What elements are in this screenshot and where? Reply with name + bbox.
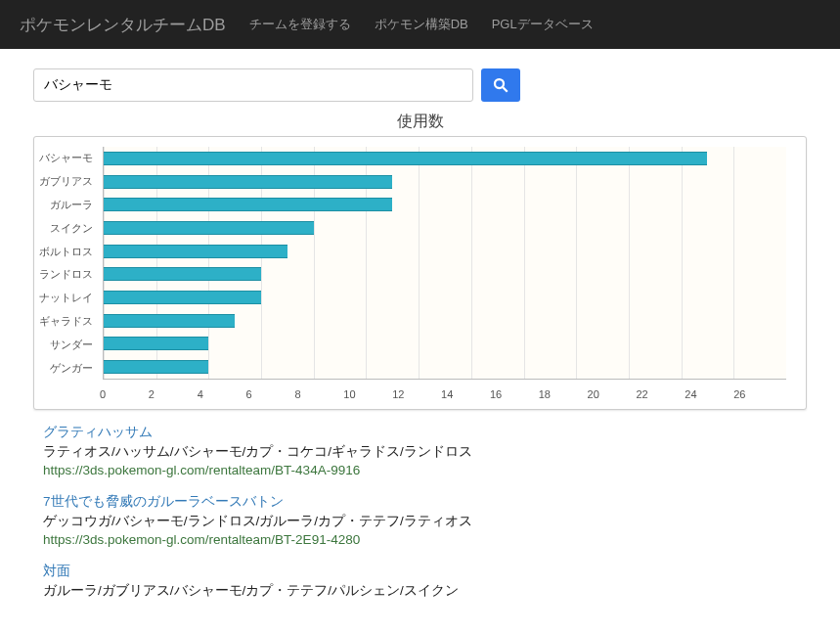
chart-bar-row	[104, 286, 786, 309]
search-button[interactable]	[481, 68, 520, 102]
chart-bar	[104, 198, 392, 211]
chart-bar	[104, 152, 707, 165]
chart-bar-row	[104, 216, 786, 240]
chart-bar-row	[104, 147, 786, 170]
team-url[interactable]: https://3ds.pokemon-gl.com/rentalteam/BT…	[43, 463, 807, 477]
chart-x-tick: 6	[246, 388, 295, 400]
nav-link-pgl[interactable]: PGLデータベース	[492, 16, 594, 33]
chart-x-tick: 12	[392, 388, 441, 400]
navbar: ポケモンレンタルチームDB チームを登録する ポケモン構築DB PGLデータベー…	[0, 0, 840, 49]
chart-title: 使用数	[33, 112, 807, 132]
chart-x-tick: 14	[441, 388, 490, 400]
svg-point-0	[495, 79, 504, 88]
chart-x-axis: 02468101214161820222426	[104, 388, 786, 400]
team-name-link[interactable]: グラティハッサム	[43, 424, 807, 441]
chart-x-tick: 24	[685, 388, 733, 400]
chart-bar	[104, 291, 261, 304]
chart-y-label: ガブリアス	[38, 170, 99, 194]
chart-x-tick: 20	[588, 388, 637, 400]
team-name-link[interactable]: 対面	[43, 563, 807, 580]
chart-y-label: サンダー	[38, 333, 99, 356]
results-list: グラティハッサムラティオス/ハッサム/バシャーモ/カプ・コケコ/ギャラドス/ラン…	[43, 424, 807, 600]
chart-x-tick: 10	[343, 388, 392, 400]
chart-bar	[104, 267, 261, 281]
brand-title[interactable]: ポケモンレンタルチームDB	[20, 14, 226, 36]
chart-x-tick: 18	[539, 388, 588, 400]
chart-bar	[104, 221, 314, 235]
chart-y-label: ボルトロス	[38, 240, 99, 263]
chart-container: 使用数 バシャーモガブリアスガルーラスイクンボルトロスランドロスナットレイギャラ…	[33, 112, 807, 410]
search-icon	[492, 76, 509, 94]
chart-y-label: ギャラドス	[38, 310, 99, 334]
nav-link-builds[interactable]: ポケモン構築DB	[375, 16, 468, 33]
chart-y-label: バシャーモ	[38, 147, 99, 170]
chart-bar	[104, 175, 392, 189]
chart-bar	[104, 337, 208, 350]
content-area: 使用数 バシャーモガブリアスガルーラスイクンボルトロスランドロスナットレイギャラ…	[0, 49, 840, 600]
chart-bar-row	[104, 355, 786, 379]
search-row	[33, 68, 807, 102]
result-item: 対面ガルーラ/ガブリアス/バシャーモ/カプ・テテフ/パルシェン/スイクン	[43, 563, 807, 600]
search-input[interactable]	[33, 68, 473, 102]
svg-line-1	[503, 87, 508, 92]
result-item: グラティハッサムラティオス/ハッサム/バシャーモ/カプ・コケコ/ギャラドス/ラン…	[43, 424, 807, 477]
chart-x-tick: 4	[198, 388, 246, 400]
team-url[interactable]: https://3ds.pokemon-gl.com/rentalteam/BT…	[43, 532, 807, 547]
chart-plot: 02468101214161820222426	[103, 147, 786, 380]
result-item: 7世代でも脅威のガルーラベースバトンゲッコウガ/バシャーモ/ランドロス/ガルーラ…	[43, 493, 807, 547]
chart-y-label: ナットレイ	[38, 287, 99, 310]
chart-bar-row	[104, 262, 786, 286]
chart-bar	[104, 360, 208, 374]
chart-bar-row	[104, 193, 786, 216]
team-name-link[interactable]: 7世代でも脅威のガルーラベースバトン	[43, 493, 807, 511]
chart-y-labels: バシャーモガブリアスガルーラスイクンボルトロスランドロスナットレイギャラドスサン…	[34, 137, 103, 409]
chart-bar-row	[104, 240, 786, 263]
chart-x-tick: 2	[149, 388, 198, 400]
chart-bar-row	[104, 309, 786, 333]
chart-x-tick: 26	[733, 388, 782, 400]
chart-y-label: ガルーラ	[38, 194, 99, 217]
nav-link-register[interactable]: チームを登録する	[249, 16, 351, 33]
chart-y-label: ゲンガー	[38, 356, 99, 380]
chart-x-tick: 16	[490, 388, 539, 400]
chart-bar-row	[104, 170, 786, 194]
usage-chart: バシャーモガブリアスガルーラスイクンボルトロスランドロスナットレイギャラドスサン…	[33, 136, 807, 410]
team-members: ガルーラ/ガブリアス/バシャーモ/カプ・テテフ/パルシェン/スイクン	[43, 582, 807, 600]
chart-x-tick: 0	[100, 388, 149, 400]
chart-bar-row	[104, 333, 786, 356]
chart-bar	[104, 314, 235, 328]
chart-x-tick: 22	[636, 388, 685, 400]
chart-y-label: ランドロス	[38, 263, 99, 287]
team-members: ラティオス/ハッサム/バシャーモ/カプ・コケコ/ギャラドス/ランドロス	[43, 443, 807, 461]
chart-y-label: スイクン	[38, 216, 99, 240]
chart-bar	[104, 245, 287, 258]
chart-x-tick: 8	[294, 388, 343, 400]
team-members: ゲッコウガ/バシャーモ/ランドロス/ガルーラ/カプ・テテフ/ラティオス	[43, 513, 807, 530]
